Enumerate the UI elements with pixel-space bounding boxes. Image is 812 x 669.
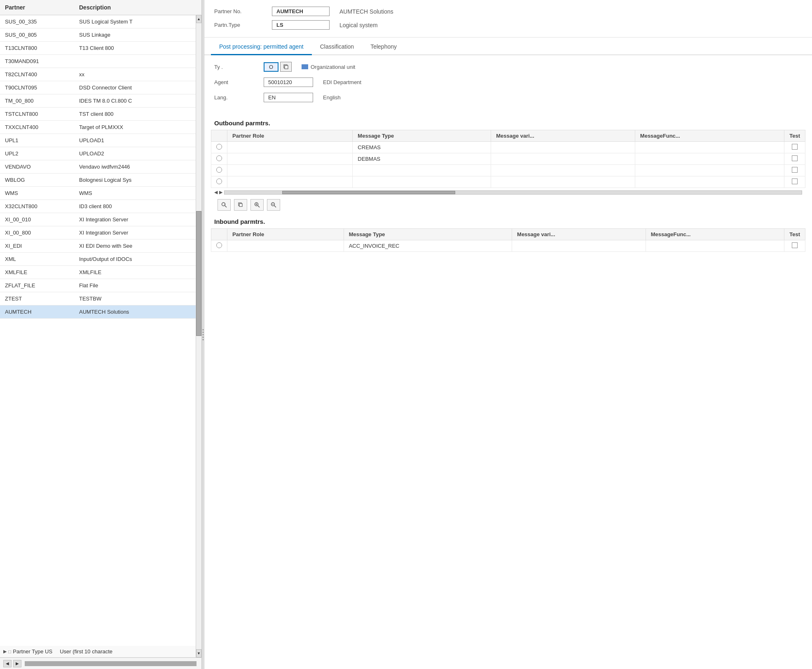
list-item[interactable]: WBLOG Bolognesi Logical Sys: [0, 174, 201, 187]
vertical-scrollbar[interactable]: ▲ ▼: [196, 15, 201, 657]
message-type-cell: CREMAS: [353, 142, 491, 153]
description-cell: SUS Linkage: [74, 30, 201, 40]
checkbox[interactable]: [792, 178, 798, 184]
zoom-in-btn[interactable]: [250, 199, 264, 211]
checkbox[interactable]: [792, 167, 798, 173]
list-item[interactable]: XMLFILE XMLFILE: [0, 266, 201, 279]
outbound-col-partner-role: Partner Role: [227, 130, 353, 142]
description-cell: Target of PLMXXX: [74, 122, 201, 132]
partner-column-header: Partner: [0, 0, 74, 15]
partner-cell: XML: [0, 254, 74, 264]
scroll-right-btn[interactable]: ▶: [13, 660, 21, 667]
horizontal-scroll-track[interactable]: [25, 661, 197, 666]
message-vari-cell: [491, 176, 635, 188]
left-panel: Partner Description SUS_00_335 SUS Logic…: [0, 0, 202, 669]
radio-cell[interactable]: [211, 153, 227, 165]
svg-line-3: [225, 206, 227, 208]
checkbox[interactable]: [792, 242, 798, 248]
list-item[interactable]: T90CLNT095 DSD Connector Client: [0, 81, 201, 94]
copy-btn[interactable]: [234, 199, 247, 211]
partner-cell: T30MAND091: [0, 56, 74, 66]
radio-cell[interactable]: [211, 142, 227, 153]
table-row[interactable]: CREMAS: [211, 142, 805, 153]
org-unit-icon: [302, 64, 308, 69]
table-header: Partner Description: [0, 0, 201, 15]
list-item[interactable]: UPL1 UPLOAD1: [0, 134, 201, 147]
table-row[interactable]: [211, 176, 805, 188]
outbound-table: Partner Role Message Type Message vari..…: [211, 130, 805, 188]
radio-button[interactable]: [216, 144, 222, 150]
outbound-scroll-right[interactable]: ▶: [219, 190, 222, 195]
list-item[interactable]: X32CLNT800 ID3 client 800: [0, 200, 201, 213]
list-item[interactable]: T13CLNT800 T13 Client 800: [0, 42, 201, 55]
test-cell: [784, 165, 805, 176]
partner-cell: WMS: [0, 188, 74, 198]
table-row[interactable]: ACC_INVOICE_REC: [211, 240, 805, 252]
list-item[interactable]: SUS_00_805 SUS Linkage: [0, 28, 201, 42]
list-item[interactable]: XML Input/Output of IDOCs: [0, 253, 201, 266]
inbound-col-message-func: MessageFunc...: [646, 229, 784, 240]
zoom-search-btn[interactable]: [218, 199, 231, 211]
radio-button[interactable]: [216, 155, 222, 161]
ty-field-group[interactable]: O: [264, 62, 292, 72]
partner-role-cell: [227, 240, 344, 252]
scroll-left-btn[interactable]: ◀: [3, 660, 12, 667]
list-item[interactable]: SUS_00_335 SUS Logical System T: [0, 15, 201, 28]
ty-value-box[interactable]: O: [264, 62, 278, 72]
partner-type-row[interactable]: ▶ □ Partner Type US User (first 10 chara…: [0, 646, 201, 657]
list-item[interactable]: ZTEST TESTBW: [0, 292, 201, 305]
panel-divider[interactable]: [202, 0, 204, 669]
radio-button[interactable]: [216, 242, 222, 248]
lang-value-box[interactable]: EN: [264, 93, 313, 102]
list-item[interactable]: TSTCLNT800 TST client 800: [0, 108, 201, 121]
tab-post-processing[interactable]: Post processing: permitted agent: [211, 39, 312, 55]
description-cell: Bolognesi Logical Sys: [74, 175, 201, 185]
scroll-down-btn[interactable]: ▼: [196, 649, 201, 657]
list-item[interactable]: T82CLNT400 xx: [0, 68, 201, 81]
agent-value-box[interactable]: 50010120: [264, 77, 313, 87]
table-row[interactable]: DEBMAS: [211, 153, 805, 165]
partner-cell: WBLOG: [0, 175, 74, 185]
message-func-cell: [635, 142, 784, 153]
partner-cell: XI_00_010: [0, 214, 74, 225]
scroll-up-btn[interactable]: ▲: [196, 15, 201, 23]
partner-cell: XMLFILE: [0, 267, 74, 277]
outbound-col-message-vari: Message vari...: [491, 130, 635, 142]
radio-cell[interactable]: [211, 176, 227, 188]
outbound-scroll-left[interactable]: ◀: [214, 190, 218, 195]
radio-button[interactable]: [216, 178, 222, 184]
checkbox[interactable]: [792, 155, 798, 161]
checkbox[interactable]: [792, 144, 798, 150]
list-item[interactable]: TXXCLNT400 Target of PLMXXX: [0, 121, 201, 134]
partn-type-label: Partn.Type: [214, 22, 272, 28]
radio-button[interactable]: [216, 167, 222, 173]
left-bottom-scrollbar[interactable]: ◀ ▶: [0, 657, 201, 669]
list-item[interactable]: AUMTECH AUMTECH Solutions: [0, 305, 201, 319]
partner-info-section: Partner No. AUMTECH AUMTECH Solutions Pa…: [204, 0, 812, 38]
tab-classification[interactable]: Classification: [312, 39, 362, 55]
outbound-scrollbar[interactable]: ◀ ▶: [211, 188, 805, 197]
radio-cell[interactable]: [211, 165, 227, 176]
partner-cell: TM_00_800: [0, 96, 74, 106]
scroll-track[interactable]: [196, 23, 201, 649]
list-item[interactable]: XI_EDI XI EDI Demo with See: [0, 239, 201, 253]
outbound-section: Outbound parmtrs. Partner Role Message T…: [204, 115, 812, 213]
partner-list[interactable]: SUS_00_335 SUS Logical System T SUS_00_8…: [0, 15, 201, 646]
list-item[interactable]: WMS WMS: [0, 187, 201, 200]
ty-copy-button[interactable]: [280, 62, 292, 72]
list-item[interactable]: VENDAVO Vendavo iwdfvm2446: [0, 160, 201, 174]
agent-description: EDI Department: [323, 79, 361, 85]
tab-telephony[interactable]: Telephony: [362, 39, 405, 55]
list-item[interactable]: T30MAND091: [0, 55, 201, 68]
list-item[interactable]: XI_00_800 XI Integration Server: [0, 226, 201, 239]
list-item[interactable]: XI_00_010 XI Integration Server: [0, 213, 201, 226]
test-cell: [784, 176, 805, 188]
list-item[interactable]: UPL2 UPLOAD2: [0, 147, 201, 160]
list-item[interactable]: TM_00_800 IDES TM 8.0 Cl.800 C: [0, 94, 201, 108]
message-vari-cell: [491, 165, 635, 176]
radio-cell[interactable]: [211, 240, 227, 252]
zoom-out-btn[interactable]: [267, 199, 280, 211]
outbound-scroll-track[interactable]: [224, 190, 802, 195]
list-item[interactable]: ZFLAT_FILE Flat File: [0, 279, 201, 292]
table-row[interactable]: [211, 165, 805, 176]
